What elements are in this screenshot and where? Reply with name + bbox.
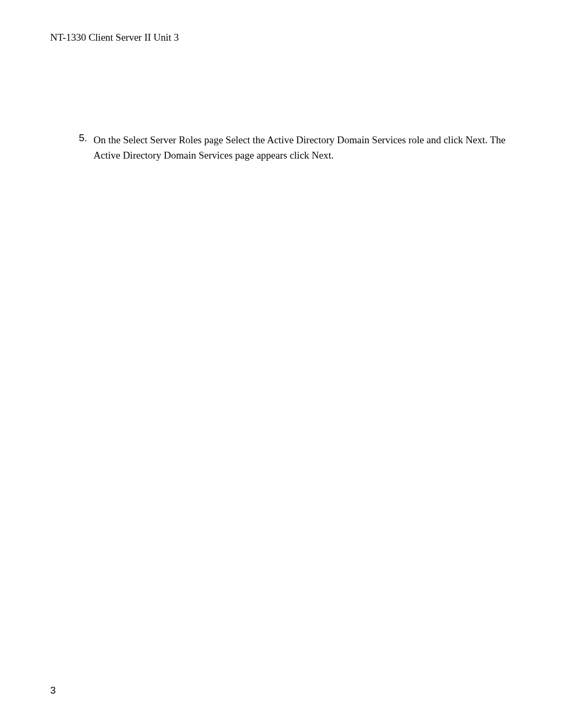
- page-number-text: 3: [50, 685, 56, 696]
- list-item-content: On the Select Server Roles page Select t…: [91, 132, 511, 163]
- page-header: NT-1330 Client Server II Unit 3: [50, 32, 511, 43]
- header-text: NT-1330 Client Server II Unit 3: [50, 32, 179, 43]
- document-page: NT-1330 Client Server II Unit 3 5. On th…: [0, 0, 561, 728]
- list-item-number: 5.: [77, 132, 91, 163]
- page-number: 3: [50, 685, 56, 696]
- numbered-list-item: 5. On the Select Server Roles page Selec…: [50, 132, 511, 163]
